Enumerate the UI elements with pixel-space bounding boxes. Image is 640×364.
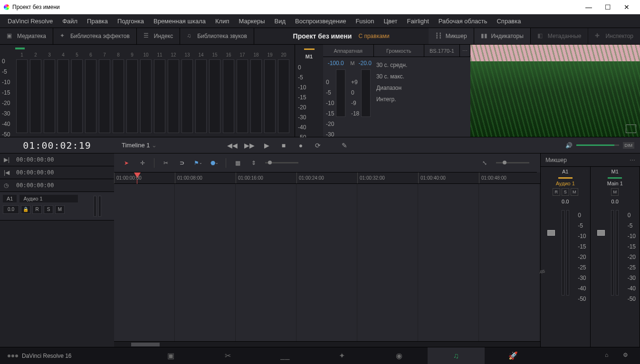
timecode-display[interactable]: 01:00:02:19	[0, 140, 114, 151]
maximize-button[interactable]: ☐	[598, 0, 617, 14]
sound-icon: ♫	[187, 32, 194, 40]
page-fusion[interactable]: ✦	[314, 347, 371, 364]
track-solo-button[interactable]: S	[44, 205, 53, 214]
menu-help[interactable]: Справка	[492, 16, 525, 27]
menu-fairlight[interactable]: Fairlight	[402, 16, 434, 27]
fx-icon: ✦	[60, 32, 67, 40]
goto-end-icon[interactable]: |◀	[4, 169, 10, 176]
menu-workspace[interactable]: Рабочая область	[434, 16, 492, 27]
height-icon[interactable]: ⇕	[249, 158, 258, 168]
shield-icon[interactable]: ⬣⌄	[210, 158, 219, 168]
rewind-button[interactable]: ◀◀	[228, 141, 237, 150]
dim-button[interactable]: DIM	[623, 142, 635, 149]
forward-button[interactable]: ▶▶	[245, 141, 254, 150]
track-name[interactable]: Аудио 1	[19, 195, 78, 202]
tc-row-2[interactable]: 00:00:00:00	[16, 182, 54, 189]
footer: DaVinci Resolve 16 ▣ ✂ ⎯⎯ ✦ ◉ ♫ 🚀 ⌂ ⚙	[0, 347, 640, 364]
page-edit[interactable]: ⎯⎯	[257, 347, 314, 364]
track-mute-button[interactable]: M	[55, 205, 65, 214]
record-button[interactable]: ●	[296, 141, 305, 150]
mixer-channel-m1: M1 Main 1 M 0.0 0-5-10-15-20-25-30-40-50	[591, 167, 640, 347]
menu-playback[interactable]: Воспроизведение	[290, 16, 351, 27]
page-media[interactable]: ▣	[143, 347, 200, 364]
menu-edit[interactable]: Правка	[82, 16, 113, 27]
timeline-ruler[interactable]: 01:00:00:0001:00:08:0001:00:16:0001:00:2…	[114, 172, 540, 184]
menu-trim[interactable]: Подгонка	[113, 16, 149, 27]
toolbar-sounds[interactable]: ♫Библиотека звуков	[180, 28, 254, 44]
arrow-tool-icon[interactable]: ➤	[122, 158, 131, 168]
track-id: A1	[3, 195, 17, 202]
height-slider[interactable]	[265, 162, 298, 163]
toolbar-inspector[interactable]: ✚Инспектор	[588, 28, 640, 44]
meta-icon: ◧	[537, 32, 545, 40]
clock-icon[interactable]: ◷	[4, 182, 10, 189]
timeline[interactable]: 01:00:00:0001:00:08:0001:00:16:0001:00:2…	[114, 172, 540, 347]
loop-button[interactable]: ⟳	[314, 141, 322, 150]
goto-start-icon[interactable]: ▶|	[4, 156, 10, 163]
track-gain[interactable]: 0.0	[3, 205, 19, 214]
toolbar-effects[interactable]: ✦Библиотека эффектов	[53, 28, 137, 44]
mixer-options[interactable]: ⋯	[630, 157, 635, 163]
mix-m1-fader[interactable]: 0-5-10-15-20-25-30-40-50	[591, 207, 640, 347]
menu-markers[interactable]: Маркеры	[234, 16, 269, 27]
home-icon[interactable]: ⌂	[605, 352, 613, 360]
tc-row-1[interactable]: 00:00:00:00	[16, 169, 54, 176]
toolbar: ▣Медиатека ✦Библиотека эффектов ☰Индекс …	[0, 28, 640, 45]
scissors-icon[interactable]: ✂	[161, 158, 171, 168]
mix-a1-arm[interactable]: R	[553, 188, 560, 196]
automation-button[interactable]: ✎	[340, 141, 349, 150]
timeline-scrollbar[interactable]	[114, 341, 540, 347]
settings-icon[interactable]: ⚙	[623, 352, 631, 360]
volume-icon[interactable]: 🔊	[565, 142, 573, 149]
timeline-selector[interactable]: Timeline 1	[114, 142, 171, 149]
monitor-tab-loudness[interactable]: Громкость	[374, 45, 425, 57]
crosshair-tool-icon[interactable]: ✛	[138, 158, 147, 168]
menu-timeline[interactable]: Временная шкала	[149, 16, 210, 27]
toolbar-meters[interactable]: ▮▮Индикаторы	[474, 28, 531, 44]
menu-clip[interactable]: Клип	[210, 16, 234, 27]
close-button[interactable]: ✕	[617, 0, 636, 14]
stop-button[interactable]: ■	[279, 141, 288, 150]
expand-icon[interactable]	[626, 125, 636, 133]
monitor-standard[interactable]: BS.1770-1	[424, 45, 460, 57]
grid-icon[interactable]: ▦	[233, 158, 242, 168]
tool-icon-bar: ➤ ✛ ✂ ⊃ ⚑⌄ ⬣⌄ ▦ ⇕ ⤡	[114, 153, 537, 172]
monitor-tab-hardware[interactable]: Аппаратная	[323, 45, 374, 57]
mixer-channel-a1: A1 Аудио 1 R S M 0.0 дБ 0-5-10-15-20-25-…	[541, 167, 591, 347]
track-header[interactable]: A1Аудио 1 0.0 🔒 R S M	[0, 192, 114, 220]
lock-icon[interactable]: 🔒	[21, 205, 30, 214]
toolbar-mixer[interactable]: ┇┇Микшер	[429, 28, 474, 44]
zoom-icon[interactable]: ⤡	[480, 158, 489, 168]
video-preview[interactable]	[470, 45, 640, 137]
app-logo-icon	[4, 4, 10, 10]
menu-view[interactable]: Вид	[270, 16, 291, 27]
track-arm-button[interactable]: R	[32, 205, 42, 214]
mix-m1-mute[interactable]: M	[611, 188, 619, 196]
page-cut[interactable]: ✂	[200, 347, 257, 364]
toolbar-index[interactable]: ☰Индекс	[137, 28, 180, 44]
timeline-body[interactable]	[114, 184, 540, 341]
mix-a1-fader[interactable]: дБ 0-5-10-15-20-25-30-40-50	[541, 207, 590, 347]
mixer-panel: Микшер⋯ A1 Аудио 1 R S M 0.0 дБ	[540, 153, 640, 347]
page-fairlight[interactable]: ♫	[428, 347, 485, 364]
app-version: DaVinci Resolve 16	[0, 353, 79, 359]
toolbar-media[interactable]: ▣Медиатека	[0, 28, 53, 44]
magnet-icon[interactable]: ⊃	[177, 158, 187, 168]
menu-davinci[interactable]: DaVinci Resolve	[3, 16, 57, 27]
menu-fusion[interactable]: Fusion	[351, 16, 379, 27]
flag-icon[interactable]: ⚑⌄	[193, 158, 203, 168]
minimize-button[interactable]: —	[579, 0, 598, 14]
control-bar: 01:00:02:19 Timeline 1 ◀◀ ▶▶ ▶ ■ ● ⟳ ✎ 🔊…	[0, 137, 640, 153]
toolbar-metadata[interactable]: ◧Метаданные	[531, 28, 589, 44]
page-color[interactable]: ◉	[371, 347, 428, 364]
page-deliver[interactable]: 🚀	[485, 347, 542, 364]
menu-color[interactable]: Цвет	[379, 16, 402, 27]
mix-a1-mute[interactable]: M	[571, 188, 578, 196]
tc-row-0[interactable]: 00:00:00:00	[16, 156, 54, 163]
zoom-slider[interactable]	[496, 162, 529, 163]
menu-file[interactable]: Файл	[57, 16, 82, 27]
monitor-options[interactable]: ⋯	[460, 45, 470, 57]
mix-a1-solo[interactable]: S	[562, 188, 569, 196]
play-button[interactable]: ▶	[262, 141, 271, 150]
volume-slider[interactable]	[576, 144, 619, 146]
